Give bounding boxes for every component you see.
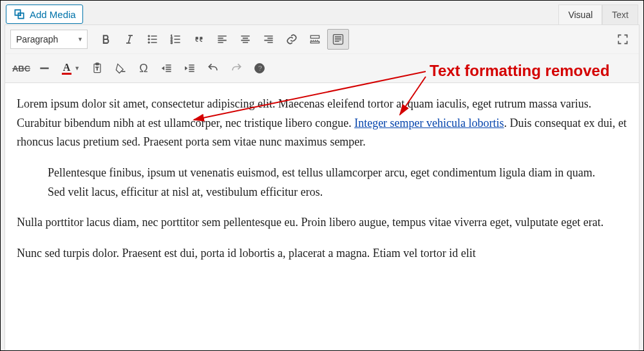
text-color-button[interactable]: A▼	[57, 58, 85, 79]
blockquote-button[interactable]	[188, 29, 210, 50]
insert-link-button[interactable]	[281, 29, 303, 50]
chevron-down-icon: ▼	[74, 65, 80, 71]
align-right-button[interactable]	[258, 29, 279, 50]
strikethrough-button[interactable]: ABC	[10, 58, 32, 79]
toolbar-toggle-button[interactable]	[327, 29, 349, 50]
special-character-button[interactable]: Ω	[133, 58, 155, 79]
redo-button[interactable]	[225, 58, 247, 79]
unordered-list-button[interactable]	[142, 29, 164, 50]
svg-text:T: T	[96, 66, 99, 71]
add-media-button[interactable]: Add Media	[6, 5, 83, 24]
add-media-label: Add Media	[30, 9, 76, 20]
ordered-list-button[interactable]: 123	[165, 29, 187, 50]
content-link[interactable]: Integer semper vehicula lobortis	[354, 117, 504, 129]
editor-toolbar: Paragraph 123 ABC A▼ T Ω ?	[5, 24, 639, 83]
tab-text[interactable]: Text	[602, 5, 638, 24]
svg-text:?: ?	[258, 64, 263, 72]
svg-rect-11	[96, 63, 99, 65]
paste-as-text-button[interactable]: T	[86, 58, 108, 79]
clear-formatting-button[interactable]	[109, 58, 131, 79]
insert-more-button[interactable]	[304, 29, 326, 50]
svg-point-2	[148, 39, 150, 41]
fullscreen-button[interactable]	[612, 29, 634, 50]
bold-button[interactable]	[95, 29, 117, 50]
svg-point-0	[19, 14, 21, 16]
svg-rect-8	[310, 41, 319, 43]
outdent-button[interactable]	[156, 58, 178, 79]
format-select[interactable]: Paragraph	[10, 30, 88, 49]
undo-button[interactable]	[202, 58, 224, 79]
text-color-icon: A	[62, 62, 72, 75]
align-center-button[interactable]	[234, 29, 256, 50]
paragraph-indented: Pellentesque finibus, ipsum ut venenatis…	[48, 164, 596, 202]
svg-point-3	[148, 42, 150, 44]
paragraph: Nunc sed turpis dolor. Praesent est dui,…	[17, 244, 627, 263]
svg-rect-7	[310, 35, 319, 38]
paragraph: Lorem ipsum dolor sit amet, consectetur …	[17, 95, 627, 152]
svg-point-1	[148, 35, 150, 37]
paragraph: Nulla porttitor lacus diam, nec porttito…	[17, 213, 627, 232]
tab-visual[interactable]: Visual	[558, 5, 602, 24]
help-button[interactable]: ?	[249, 58, 270, 79]
align-left-button[interactable]	[211, 29, 233, 50]
svg-text:3: 3	[171, 41, 173, 44]
horizontal-rule-button[interactable]	[33, 58, 55, 79]
italic-button[interactable]	[118, 29, 140, 50]
editor-tabs: Visual Text	[558, 5, 638, 24]
media-icon	[13, 8, 26, 21]
indent-button[interactable]	[179, 58, 201, 79]
svg-rect-9	[334, 35, 343, 44]
editor-content-area[interactable]: Lorem ipsum dolor sit amet, consectetur …	[5, 83, 639, 351]
